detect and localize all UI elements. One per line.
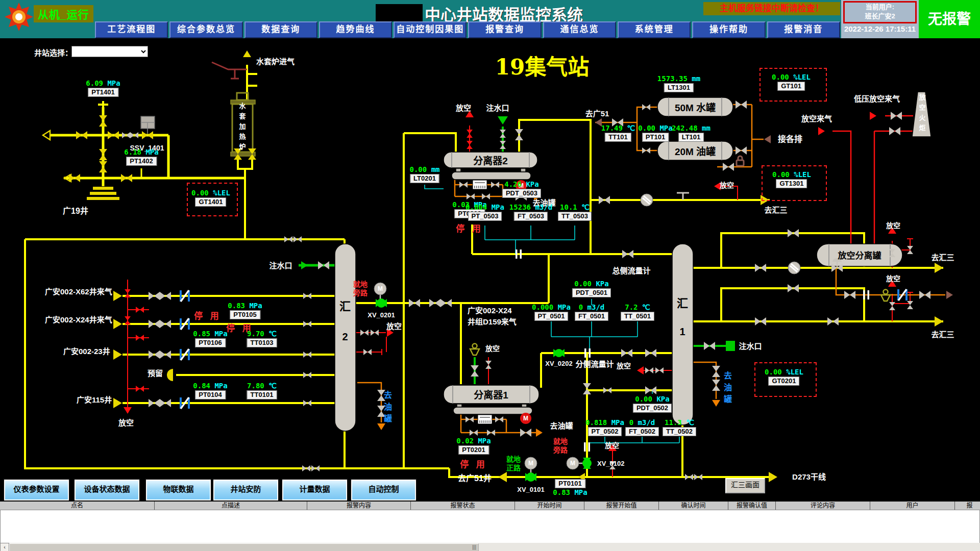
regulator-icon bbox=[788, 262, 800, 274]
instrument-GT1301[interactable]: 0.00 %LELGT1301 bbox=[772, 170, 811, 188]
oil-arrow bbox=[377, 423, 385, 430]
vent-arrow bbox=[637, 366, 644, 374]
wellhead-valve[interactable] bbox=[76, 131, 87, 139]
bottom-button-6[interactable]: 自动控制 bbox=[350, 479, 417, 502]
inject-funnel bbox=[726, 341, 735, 351]
wellhead-valve[interactable] bbox=[99, 149, 107, 160]
instrument-PT_0502[interactable]: 0.818 MPaPT_0502 bbox=[585, 418, 624, 436]
alarm-col-用户: 用户 bbox=[870, 502, 955, 510]
instrument-PT0105[interactable]: 0.83 MPaPT0105 bbox=[228, 302, 262, 319]
pump-motor-icon bbox=[520, 413, 531, 424]
valve[interactable] bbox=[311, 465, 320, 471]
alarm-col-评论内容: 评论内容 bbox=[776, 502, 870, 510]
vent-separator-tank bbox=[817, 244, 902, 266]
instrument-GT0201[interactable]: 0.00 %LELGT0201 bbox=[765, 368, 803, 386]
flow-computer-icon bbox=[478, 415, 492, 424]
valve[interactable] bbox=[284, 236, 292, 242]
vent-valve[interactable] bbox=[136, 386, 144, 392]
instrument-PT0101[interactable]: PT01010.83 MPa bbox=[553, 479, 587, 496]
wellhead-valve[interactable] bbox=[99, 115, 107, 127]
instrument-PT_0503[interactable]: 0.804 MPaPT_0503 bbox=[465, 203, 504, 221]
instrument-PT0104[interactable]: 0.84 MPaPT0104 bbox=[193, 382, 227, 399]
station-selector[interactable] bbox=[71, 46, 148, 57]
instrument-PT0201[interactable]: 0.02 MPaPT0201 bbox=[456, 437, 491, 455]
instrument-TT_0503[interactable]: 10.1 ℃TT_0503 bbox=[558, 203, 592, 221]
bottom-button-3[interactable]: 物联数据 bbox=[145, 479, 212, 502]
valve[interactable] bbox=[293, 236, 302, 242]
heater-inlet-arrow bbox=[243, 51, 251, 57]
bottom-button-1[interactable]: 仪表参数设置 bbox=[3, 479, 70, 502]
instrument-FT_0502[interactable]: 0 m3/dFT_0502 bbox=[625, 418, 659, 436]
instrument-LT1301[interactable]: 1573.35 mmLT1301 bbox=[657, 74, 700, 92]
hui3-screen-button[interactable]: 汇三画面 bbox=[725, 478, 765, 493]
alarm-col-点描述: 点描述 bbox=[155, 502, 307, 510]
xv-0101-valve[interactable] bbox=[525, 457, 537, 482]
oil-arrow bbox=[712, 400, 720, 407]
vent-down-arrow bbox=[124, 407, 132, 414]
control-valve[interactable] bbox=[831, 258, 843, 272]
alarm-col-报: 报 bbox=[955, 502, 980, 510]
instrument-FT_0503[interactable]: 15236 m3/dFT_0503 bbox=[509, 203, 552, 221]
alarm-col-点名: 点名 bbox=[0, 502, 155, 510]
wellhead-valve[interactable] bbox=[122, 132, 130, 138]
bottom-button-5[interactable]: 计量数据 bbox=[281, 479, 348, 502]
instrument-TT0103[interactable]: 9.70 ℃TT0103 bbox=[247, 330, 277, 347]
water-inject-arrow bbox=[301, 261, 308, 269]
valve[interactable] bbox=[429, 299, 440, 307]
to-drain-header-arrow bbox=[764, 135, 771, 143]
instrument-LT0201[interactable]: 0.00 mmLT0201 bbox=[409, 165, 439, 183]
instrument-PT1401[interactable]: 6.09 MPaPT1401 bbox=[86, 79, 120, 97]
valve[interactable] bbox=[409, 299, 420, 307]
wellhead-valve[interactable] bbox=[130, 132, 138, 138]
vent-valve[interactable] bbox=[136, 335, 144, 341]
instrument-PT101[interactable]: 0.00 MPaPT101 bbox=[638, 124, 672, 142]
valve[interactable] bbox=[318, 261, 329, 269]
vent-valve[interactable] bbox=[136, 307, 144, 313]
instrument-TT0101[interactable]: 7.80 ℃TT0101 bbox=[247, 382, 277, 399]
instrument-PDT_0501[interactable]: 0.00 KPaPDT_0501 bbox=[572, 280, 611, 297]
vent-valve[interactable] bbox=[360, 330, 369, 336]
xv-0102-valve[interactable] bbox=[567, 457, 592, 469]
vent-valve[interactable] bbox=[363, 349, 372, 355]
scrollbar-thumb[interactable]: ||| bbox=[9, 543, 479, 551]
instrument-PDT_0502[interactable]: 0.00 KPaPDT_0502 bbox=[633, 395, 672, 413]
flare-stack bbox=[912, 92, 931, 137]
instrument-TT101[interactable]: 17.49 ℃TT101 bbox=[601, 124, 635, 142]
bottom-button-2[interactable]: 设备状态数据 bbox=[74, 479, 140, 502]
alarm-table-header: 点名点描述报警内容报警状态开始时间报警开始值确认时间报警确认值评论内容用户报 bbox=[0, 501, 980, 510]
scrollbar-left-button[interactable]: ‹ bbox=[0, 543, 9, 551]
instrument-GT101[interactable]: 0.00 %LELGT101 bbox=[772, 73, 811, 91]
drain-valve[interactable] bbox=[377, 406, 385, 417]
wellhead-valve[interactable] bbox=[121, 174, 132, 182]
manifold-hui2 bbox=[335, 244, 356, 431]
instrument-GT1401[interactable]: 0.00 %LELGT1401 bbox=[191, 189, 230, 207]
bottom-button-4[interactable]: 井站安防 bbox=[212, 479, 279, 502]
instrument-PT_0501[interactable]: 0.000 MPaPT_0501 bbox=[532, 303, 571, 321]
valve[interactable] bbox=[440, 299, 452, 307]
water-jacket-heater bbox=[232, 104, 253, 152]
xv-0201-valve[interactable] bbox=[374, 283, 387, 308]
vent-valve[interactable] bbox=[371, 330, 379, 336]
process-diagram bbox=[0, 0, 980, 551]
alarm-col-开始时间: 开始时间 bbox=[515, 502, 584, 510]
valve[interactable] bbox=[302, 465, 310, 471]
instrument-LT101[interactable]: 242.48 mmLT101 bbox=[672, 124, 710, 142]
instrument-FT_0501[interactable]: 0 m3/dFT_0501 bbox=[575, 303, 608, 321]
alarm-col-确认时间: 确认时间 bbox=[659, 502, 728, 510]
inject-funnel bbox=[470, 344, 479, 356]
instrument-PT1402[interactable]: 6.18 MPaPT1402 bbox=[124, 148, 158, 166]
instrument-PDT_0503[interactable]: 4.26 KPaPDT_0503 bbox=[502, 180, 541, 198]
horizontal-scrollbar[interactable]: ‹ ||| bbox=[0, 543, 980, 551]
scrollbar-grip-icon: ||| bbox=[472, 544, 476, 551]
instrument-TT_0502[interactable]: 11.3 ℃TT_0502 bbox=[663, 418, 696, 436]
oil-arrow bbox=[536, 429, 543, 437]
xv-0202-valve[interactable] bbox=[553, 349, 565, 357]
wellhead-valve[interactable] bbox=[108, 131, 119, 139]
drain-valve[interactable] bbox=[377, 390, 385, 401]
instrument-PT0106[interactable]: 0.85 MPaPT0106 bbox=[193, 330, 227, 347]
regulator-icon bbox=[641, 194, 653, 206]
manifold-hui1 bbox=[672, 244, 693, 425]
wellhead-valve[interactable] bbox=[99, 161, 107, 172]
to-guang51-arrow bbox=[498, 472, 507, 482]
instrument-TT_0501[interactable]: 7.2 ℃TT_0501 bbox=[621, 303, 654, 321]
